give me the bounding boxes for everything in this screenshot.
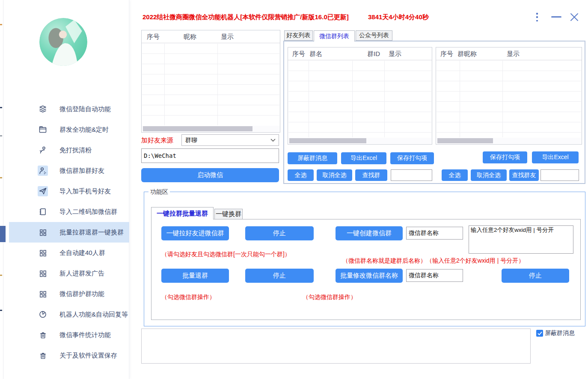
sidebar-item[interactable]: 批量拉群退群一键换群: [9, 222, 129, 243]
sidebar-item-label: 导入加手机号好友: [59, 187, 111, 195]
find-group-input[interactable]: [391, 169, 432, 181]
group-table[interactable]: 序号 群名 群ID 显示: [288, 47, 432, 145]
edge-artifact: [0, 107, 2, 108]
uptime-timer: 3841天4小时4分40秒: [368, 13, 429, 21]
column-divider: [309, 61, 309, 137]
scrollbar-thumb[interactable]: [143, 126, 252, 131]
left-edge-strip: [0, 0, 3, 379]
app-window: 微信登陆自动功能群发全功能&定时免打扰清粉微信群加群好友导入加手机号好友导入二维…: [0, 0, 588, 379]
grid-icon: [38, 227, 48, 237]
block-group-messages-button[interactable]: 屏蔽群消息: [288, 152, 337, 164]
sidebar-item[interactable]: 微信群护群功能: [9, 284, 129, 304]
sidebar-item[interactable]: 微信登陆自动功能: [9, 99, 129, 119]
create-group-button[interactable]: 一键创建微信群: [336, 226, 403, 240]
sidebar-item[interactable]: 微信群加群好友: [9, 160, 129, 181]
horizontal-scrollbar[interactable]: [288, 138, 431, 144]
sidebar-item-label: 关于及软件设置保存: [59, 352, 117, 360]
sidebar-item[interactable]: 关于及软件设置保存: [9, 345, 129, 366]
edge-artifact: [0, 310, 2, 311]
kebab-menu-icon[interactable]: [535, 13, 540, 21]
scrollbar-thumb[interactable]: [289, 138, 366, 143]
column-header: 昵称: [184, 33, 196, 41]
edge-artifact: [0, 135, 2, 136]
sidebar-item[interactable]: 免打扰清粉: [9, 140, 129, 160]
layers-icon: [38, 104, 48, 114]
tab-official-account-list[interactable]: 公众号列表: [356, 30, 392, 41]
trash-icon: [38, 350, 48, 361]
batch-rename-group-button[interactable]: 批量修改微信群名称: [336, 269, 403, 283]
source-select[interactable]: 群聊: [181, 134, 279, 146]
close-icon[interactable]: [570, 12, 579, 22]
group-name-input-2[interactable]: [406, 269, 463, 282]
stop-button-2[interactable]: 停止: [245, 269, 314, 283]
sidebar-item[interactable]: 全自动建40人群: [9, 243, 129, 263]
column-divider: [217, 44, 218, 125]
sidebar-item[interactable]: 机器人功能&自动回复等: [9, 304, 129, 325]
sidebar-item-label: 批量拉群退群一键换群: [59, 228, 124, 237]
block-group-messages-checkbox-row[interactable]: 屏蔽群消息: [536, 329, 575, 337]
wxid-textarea[interactable]: 输入任意2个好友wxid用 | 号分开: [469, 225, 573, 254]
deselect-all-button[interactable]: 取消全选: [317, 169, 352, 181]
export-excel-button-right[interactable]: 导出Excel: [532, 151, 579, 163]
column-header: 群ID: [367, 50, 380, 58]
sidebar-item[interactable]: 群发全功能&定时: [9, 119, 129, 140]
export-excel-button[interactable]: 导出Excel: [341, 152, 386, 164]
member-table[interactable]: 序号 群昵称 显示: [436, 47, 582, 145]
sidebar-item-label: 微信群加群好友: [59, 167, 104, 175]
tab-pull-quit-group[interactable]: 一键拉群批量退群: [151, 207, 214, 219]
find-member-button[interactable]: 查找群友: [509, 169, 539, 181]
edge-artifact: [0, 24, 2, 25]
tab-group-list[interactable]: 微信群列表: [314, 30, 355, 41]
wechat-path-input[interactable]: [141, 148, 279, 163]
column-header: 序号: [147, 33, 160, 41]
sidebar-item[interactable]: 导入二维码加微信群: [9, 201, 129, 222]
grid-icon: [38, 248, 48, 258]
group-name-input-1[interactable]: [406, 227, 463, 240]
save-checked-button-right[interactable]: 保存打勾项: [483, 151, 527, 163]
note-check-group-op-2: （勾选微信群操作）: [303, 293, 356, 301]
add-friend-source-label: 加好友来源: [141, 136, 173, 145]
horizontal-scrollbar[interactable]: [437, 138, 581, 144]
checkbox-checked-icon[interactable]: [536, 330, 543, 337]
sidebar-item-label: 新人进群发广告: [59, 269, 104, 278]
source-select-value: 群聊: [185, 136, 197, 144]
find-member-input[interactable]: [540, 169, 579, 181]
window-title: 2022结社微商圈微信全功能机器人[本软件仅限营销推广/新版16.0已更新]: [143, 13, 349, 21]
paper-plane-icon: [38, 186, 48, 196]
batch-quit-group-button[interactable]: 批量退群: [161, 269, 229, 283]
grid-icon: [38, 289, 48, 299]
column-divider: [460, 61, 460, 137]
friend-table-body: [142, 44, 279, 125]
select-all-button-right[interactable]: 全选: [442, 169, 468, 181]
sidebar-item[interactable]: 导入加手机号好友: [9, 181, 129, 201]
start-wechat-button[interactable]: 启动微信: [141, 168, 279, 182]
stop-button-3[interactable]: 停止: [502, 269, 569, 283]
column-header: 序号: [440, 50, 453, 58]
column-header: 显示: [507, 50, 520, 58]
log-listbox[interactable]: [141, 329, 531, 364]
horizontal-scrollbar[interactable]: [142, 126, 279, 132]
pull-friends-into-group-button[interactable]: 一键拉好友进微信群: [161, 226, 229, 240]
column-header: 显示: [389, 50, 401, 58]
sidebar-item[interactable]: 新人进群发广告: [9, 263, 129, 284]
grid-icon: [38, 268, 48, 278]
sidebar-item-label: 微信群护群功能: [59, 290, 104, 298]
group-table-body: [288, 61, 431, 137]
sidebar: 微信登陆自动功能群发全功能&定时免打扰清粉微信群加群好友导入加手机号好友导入二维…: [4, 0, 129, 379]
find-group-button[interactable]: 查找群: [355, 169, 387, 181]
function-area-title: 功能区: [148, 188, 170, 196]
scrollbar-thumb[interactable]: [437, 138, 493, 143]
minimize-icon[interactable]: [551, 16, 561, 18]
sidebar-item[interactable]: 微信事件统计功能: [9, 325, 129, 345]
save-checked-button[interactable]: 保存打勾项: [390, 152, 434, 164]
select-all-button[interactable]: 全选: [288, 169, 314, 181]
sidebar-item-label: 机器人功能&自动回复等: [59, 311, 128, 319]
column-divider: [164, 44, 165, 125]
column-divider: [352, 61, 353, 137]
tab-friend-list[interactable]: 好友列表: [284, 30, 313, 41]
stop-button-1[interactable]: 停止: [245, 226, 314, 240]
selected-item-indicator: [0, 226, 6, 242]
deselect-all-button-right[interactable]: 取消全选: [471, 169, 507, 181]
tab-switch-group[interactable]: 一键换群: [214, 209, 243, 219]
friend-table[interactable]: 序号 昵称 显示: [141, 30, 280, 133]
